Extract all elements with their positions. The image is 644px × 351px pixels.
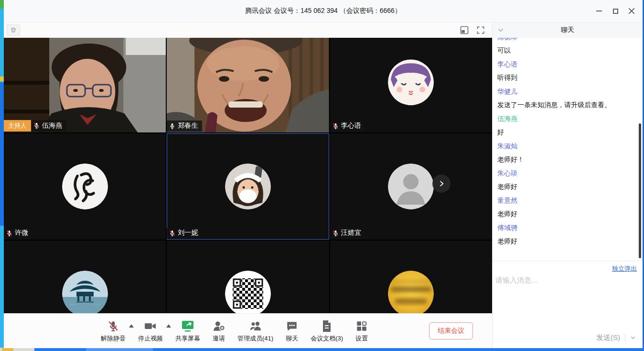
- chat-message: 朱淑灿 老师好！: [497, 141, 636, 164]
- name-tag: 主持人 伍海燕: [4, 120, 66, 132]
- document-icon: [321, 320, 333, 332]
- stop-video-button[interactable]: 停止视频: [138, 319, 163, 343]
- chat-message-text: 好: [497, 127, 636, 137]
- send-row: 发送(S): [493, 331, 643, 348]
- screen-share-icon: [181, 320, 194, 332]
- tile-lixinyu[interactable]: 李心语: [330, 38, 492, 132]
- default-avatar: [388, 164, 434, 209]
- photo-avatar: [225, 164, 271, 209]
- name-tag: 刘一妮: [167, 228, 202, 239]
- tile-wangjingyi[interactable]: 汪婧宜: [330, 133, 492, 240]
- meeting-toolbar: 解除静音 停止视频 共享屏幕: [4, 313, 492, 348]
- unmute-button[interactable]: 解除静音: [101, 319, 126, 343]
- desktop-edge-left: [0, 0, 4, 351]
- unmute-label: 解除静音: [101, 334, 126, 343]
- mic-muted-icon: [332, 230, 339, 237]
- settings-label: 设置: [355, 334, 368, 343]
- tile-liuyini[interactable]: 刘一妮: [167, 133, 329, 240]
- participant-name: 刘一妮: [178, 229, 198, 237]
- desktop-icon-sliver-blue: [0, 82, 4, 226]
- mic-muted-icon: [33, 122, 40, 129]
- meeting-security-button[interactable]: [7, 24, 20, 36]
- camera-icon: [144, 320, 157, 332]
- chat-button[interactable]: 聊天: [286, 319, 298, 343]
- collapse-chat-button[interactable]: [497, 27, 504, 35]
- mic-muted-icon: [6, 230, 13, 237]
- send-options-chevron-icon[interactable]: [630, 335, 636, 340]
- chat-sender-name: 朱淑灿: [497, 141, 636, 151]
- invite-label: 邀请: [213, 334, 225, 343]
- chat-message: 朱心琰 老师好: [497, 168, 636, 191]
- emoji-avatar: [388, 271, 434, 313]
- chat-label: 聊天: [286, 334, 298, 343]
- settings-button[interactable]: 设置: [355, 319, 368, 343]
- desktop-icon-sliver-green: [0, 0, 4, 9]
- next-page-button[interactable]: [432, 175, 451, 193]
- tile-wuhaiyan[interactable]: 主持人 伍海燕: [4, 38, 166, 132]
- chat-message-text: 老师好: [497, 209, 636, 219]
- manage-members-button[interactable]: 管理成员(41): [237, 319, 273, 343]
- chat-input-area: [493, 274, 643, 331]
- end-meeting-button[interactable]: 结束会议: [429, 322, 473, 340]
- name-tag: 许微: [4, 228, 32, 239]
- participant-name: 汪婧宜: [341, 229, 361, 237]
- host-badge: 主持人: [4, 120, 31, 132]
- chat-title: 聊天: [561, 26, 574, 34]
- name-tag: 汪婧宜: [330, 228, 365, 239]
- tile-emoji-avatar[interactable]: [330, 241, 492, 313]
- video-area: 主持人 伍海燕: [4, 22, 492, 348]
- mic-muted-icon: [107, 320, 119, 332]
- send-button[interactable]: 发送(S): [596, 333, 620, 342]
- mic-on-icon: [169, 122, 176, 130]
- manage-members-label: 管理成员(41): [237, 334, 273, 343]
- mic-muted-icon: [332, 122, 339, 130]
- chat-sender-name: 陈杨琳: [497, 38, 636, 42]
- calligraphy-avatar: [62, 164, 108, 209]
- chat-panel: 聊天 陈杨琳 可以 李心语 听得到 华健儿 发送了一条未知消息，请升级后查看。: [492, 22, 643, 348]
- titlebar: 腾讯会议 会议号：145 062 394 （会议密码：6666）: [4, 0, 643, 22]
- taskbar-active-app-sliver: [86, 348, 153, 351]
- mic-options-caret[interactable]: [129, 324, 134, 328]
- chat-message-self: 伍海燕 好: [497, 114, 636, 137]
- members-icon: [248, 320, 263, 332]
- meeting-window: 腾讯会议 会议号：145 062 394 （会议密码：6666）: [4, 0, 643, 348]
- chat-sender-name: 伍海燕: [497, 114, 636, 123]
- stop-video-label: 停止视频: [138, 334, 163, 343]
- share-screen-label: 共享屏幕: [175, 334, 200, 343]
- chat-message: 华健儿 发送了一条未知消息，请升级后查看。: [497, 87, 636, 110]
- tile-zhengchunsheng[interactable]: 郑春生: [167, 38, 329, 132]
- maximize-button[interactable]: [609, 5, 622, 17]
- camera-options-caret[interactable]: [166, 324, 171, 328]
- chat-message-text: 老师好: [497, 236, 636, 246]
- maximize-icon: [613, 9, 618, 14]
- chat-sender-name: 朱心琰: [497, 168, 636, 178]
- close-button[interactable]: [625, 5, 638, 17]
- window-title: 腾讯会议 会议号：145 062 394 （会议密码：6666）: [245, 7, 401, 15]
- chat-message-text: 发送了一条未知消息，请升级后查看。: [497, 100, 636, 110]
- tile-pagoda-avatar[interactable]: [4, 241, 166, 313]
- tile-xuwei[interactable]: 许微: [4, 133, 166, 240]
- live-video-woman-glasses: [4, 38, 166, 132]
- video-grid: 主持人 伍海燕: [4, 38, 492, 313]
- name-tag: 李心语: [330, 121, 365, 132]
- layout-switch-icon[interactable]: [460, 25, 469, 35]
- cartoon-avatar: [388, 59, 434, 105]
- fullscreen-icon[interactable]: [476, 25, 485, 35]
- invite-button[interactable]: 邀请: [213, 319, 225, 343]
- chat-header: 聊天: [493, 22, 643, 38]
- popout-row: 独立弹出: [493, 261, 643, 274]
- popout-chat-link[interactable]: 独立弹出: [612, 265, 637, 272]
- tile-qrcode-avatar[interactable]: [167, 241, 329, 313]
- settings-icon: [355, 320, 368, 332]
- minimize-button[interactable]: [593, 5, 605, 17]
- meeting-docs-button[interactable]: 会议文档(3): [311, 319, 343, 343]
- taskbar-icon-sliver: [2, 348, 13, 351]
- chat-message-text: 老师好！: [497, 154, 636, 164]
- chat-sender-name: 华健儿: [497, 87, 636, 96]
- chat-input[interactable]: [495, 276, 640, 329]
- chevron-down-icon: [497, 27, 504, 33]
- chat-message-text: 老师好: [497, 182, 636, 191]
- share-screen-button[interactable]: 共享屏幕: [175, 319, 200, 343]
- chat-message-list: 陈杨琳 可以 李心语 听得到 华健儿 发送了一条未知消息，请升级后查看。 伍海燕…: [493, 38, 643, 261]
- chat-scrollbar[interactable]: [639, 123, 641, 258]
